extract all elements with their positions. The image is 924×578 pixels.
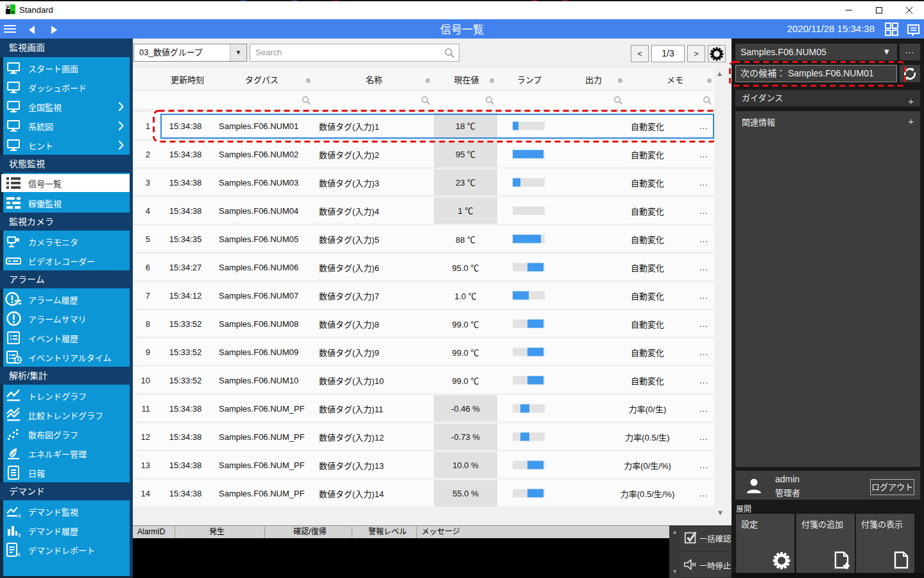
svg-text:s: s xyxy=(17,551,21,557)
svg-text:s: s xyxy=(18,512,21,518)
svg-text:s: s xyxy=(18,532,21,538)
svg-text:P: P xyxy=(7,5,10,10)
svg-text:B: B xyxy=(12,10,15,14)
